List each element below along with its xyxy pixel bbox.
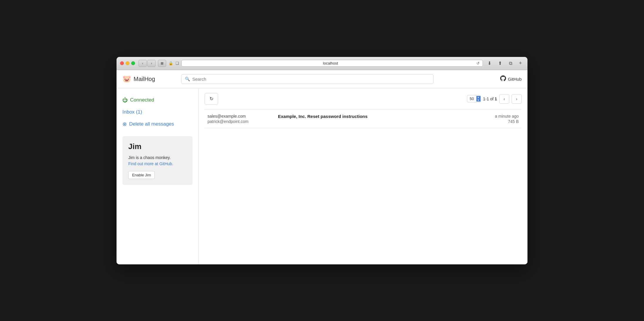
share-button[interactable]: ⬆	[496, 60, 504, 67]
per-page-up-icon[interactable]: ▲	[477, 96, 480, 99]
add-tab-button[interactable]: +	[517, 60, 524, 67]
jim-description: Jim is a chaos monkey.	[128, 155, 187, 160]
inbox-link[interactable]: Inbox (1)	[122, 109, 193, 115]
lock-icon[interactable]: 🔒	[168, 61, 173, 65]
page-info: 1-1 of 1	[483, 97, 497, 101]
per-page-down-icon[interactable]: ▼	[477, 99, 480, 102]
browser-chrome: ‹ › ▦ 🔒 ❑ localhost ↺ ⬇ ⬆ ⧉ +	[117, 57, 527, 70]
main-layout: ⏻ Connected Inbox (1) ⊗ Delete all messa…	[117, 88, 527, 264]
prev-page-button[interactable]: ‹	[499, 94, 509, 104]
download-button[interactable]: ⬇	[485, 60, 493, 67]
pocket-icon[interactable]: ❑	[176, 61, 179, 65]
github-link[interactable]: GitHub	[500, 75, 522, 83]
per-page-value: 50	[467, 95, 476, 102]
email-size: 745 B	[489, 119, 519, 124]
email-subject: Example, Inc. Reset password instruction…	[278, 114, 483, 119]
email-addresses: sales@example.com patrick@endpoint.com	[208, 114, 272, 124]
delete-all-link[interactable]: ⊗ Delete all messages	[122, 121, 193, 127]
forward-button[interactable]: ›	[147, 60, 156, 67]
close-button[interactable]	[120, 61, 124, 65]
connected-status: ⏻ Connected	[122, 97, 193, 103]
traffic-lights	[120, 61, 135, 65]
email-meta: a minute ago 745 B	[489, 114, 519, 124]
delete-label: Delete all messages	[129, 121, 174, 127]
address-text: localhost	[185, 61, 476, 65]
sidebar-toggle-button[interactable]: ▦	[158, 60, 166, 67]
app-content: 🐷 MailHog 🔍 GitHub ⏻	[117, 70, 527, 264]
minimize-button[interactable]	[126, 61, 129, 65]
jim-card: Jim Jim is a chaos monkey. Find out more…	[122, 136, 193, 185]
app-header: 🐷 MailHog 🔍 GitHub	[117, 70, 527, 88]
next-page-button[interactable]: ›	[512, 94, 522, 104]
page-total: 1	[495, 97, 497, 101]
github-label: GitHub	[508, 77, 522, 82]
github-icon	[500, 75, 506, 83]
pagination-info: 50 ▲ ▼ 1-1 of 1 ‹ ›	[467, 94, 522, 104]
jim-github-link[interactable]: Find out more at GitHub.	[128, 161, 173, 166]
nav-buttons: ‹ ›	[139, 60, 156, 67]
page-of: of	[490, 97, 495, 101]
browser-window: ‹ › ▦ 🔒 ❑ localhost ↺ ⬇ ⬆ ⧉ + 🐷 MailHog	[117, 57, 527, 264]
table-row[interactable]: sales@example.com patrick@endpoint.com E…	[205, 110, 522, 128]
address-bar-area: localhost ↺	[181, 60, 483, 67]
logo-area: 🐷 MailHog	[122, 75, 175, 83]
per-page-arrows[interactable]: ▲ ▼	[476, 96, 481, 102]
logo-text: MailHog	[134, 76, 155, 82]
search-icon: 🔍	[185, 77, 190, 81]
address-bar[interactable]: localhost ↺	[181, 60, 483, 67]
connected-label: Connected	[130, 97, 154, 103]
search-bar[interactable]: 🔍	[181, 74, 434, 84]
delete-icon: ⊗	[122, 121, 127, 127]
search-input[interactable]	[192, 77, 430, 82]
main-content: ↻ 50 ▲ ▼ 1-1 of 1	[199, 88, 527, 264]
jim-title: Jim	[128, 142, 187, 151]
refresh-mail-button[interactable]: ↻	[205, 93, 218, 105]
email-to: sales@example.com	[208, 114, 272, 119]
tabs-button[interactable]: ⧉	[506, 60, 515, 67]
browser-toolbar-right: ⬇ ⬆ ⧉ +	[485, 60, 524, 67]
refresh-button[interactable]: ↺	[476, 61, 480, 65]
page-range: 1-1	[483, 97, 489, 101]
email-list: sales@example.com patrick@endpoint.com E…	[205, 109, 522, 128]
enable-jim-button[interactable]: Enable Jim	[128, 171, 155, 179]
email-from: patrick@endpoint.com	[208, 119, 272, 124]
back-button[interactable]: ‹	[139, 60, 147, 67]
email-time: a minute ago	[489, 114, 519, 119]
logo-pig-icon: 🐷	[122, 75, 131, 83]
sidebar: ⏻ Connected Inbox (1) ⊗ Delete all messa…	[117, 88, 199, 264]
per-page-select[interactable]: 50 ▲ ▼	[467, 95, 481, 102]
maximize-button[interactable]	[131, 61, 135, 65]
connected-icon: ⏻	[122, 97, 128, 103]
content-toolbar: ↻ 50 ▲ ▼ 1-1 of 1	[205, 93, 522, 105]
